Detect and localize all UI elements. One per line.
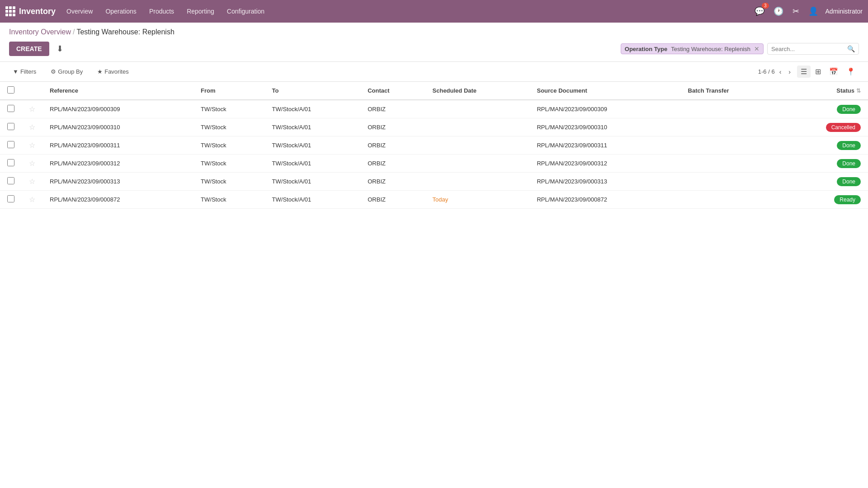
nav-operations[interactable]: Operations [100,4,142,19]
row-checkbox[interactable] [7,195,14,202]
row-star-button[interactable]: ☆ [29,177,35,186]
filters-label: Filters [20,68,36,75]
row-status: Done [780,173,868,191]
app-logo[interactable]: Inventory [5,6,56,16]
row-checkbox[interactable] [7,123,14,130]
apps-grid-icon[interactable] [5,6,15,16]
row-star-cell: ☆ [22,100,42,118]
reference-column-header[interactable]: Reference [42,82,193,100]
row-source-document: RPL/MAN/2023/09/000872 [529,191,680,209]
row-source-document: RPL/MAN/2023/09/000312 [529,155,680,173]
operation-type-filter-tag: Operation Type Testing Warehouse: Replen… [621,43,764,54]
top-navigation: Inventory Overview Operations Products R… [0,0,868,23]
table-row[interactable]: ☆ RPL/MAN/2023/09/000312 TW/Stock TW/Sto… [0,155,868,173]
scheduled-date-column-header[interactable]: Scheduled Date [425,82,530,100]
from-column-header[interactable]: From [193,82,265,100]
row-star-button[interactable]: ☆ [29,123,35,131]
table-row[interactable]: ☆ RPL/MAN/2023/09/000309 TW/Stock TW/Sto… [0,100,868,118]
row-to: TW/Stock/A/01 [265,173,361,191]
row-checkbox-cell [0,136,22,155]
row-batch-transfer [681,155,780,173]
page-next-button[interactable]: › [786,67,793,76]
row-checkbox[interactable] [7,105,14,112]
row-star-button[interactable]: ☆ [29,141,35,150]
search-input[interactable] [771,46,847,52]
records-table-container: Reference From To Contact Scheduled Date [0,82,868,209]
row-batch-transfer [681,118,780,136]
table-row[interactable]: ☆ RPL/MAN/2023/09/000310 TW/Stock TW/Sto… [0,118,868,136]
nav-products[interactable]: Products [144,4,179,19]
search-submit-button[interactable]: 🔍 [847,45,855,52]
group-by-button[interactable]: ⚙ Group By [47,66,86,77]
row-batch-transfer [681,173,780,191]
table-body: ☆ RPL/MAN/2023/09/000309 TW/Stock TW/Sto… [0,100,868,209]
row-contact: ORBIZ [360,136,425,155]
clock-icon-button[interactable]: 🕐 [772,5,785,18]
favorites-button[interactable]: ★ Favorites [94,66,132,77]
breadcrumb: Inventory Overview / Testing Warehouse: … [9,28,859,36]
row-source-document: RPL/MAN/2023/09/000309 [529,100,680,118]
admin-label[interactable]: Administrator [826,8,863,15]
row-checkbox[interactable] [7,177,14,184]
row-star-button[interactable]: ☆ [29,195,35,204]
row-to: TW/Stock/A/01 [265,136,361,155]
search-area: Operation Type Testing Warehouse: Replen… [621,43,859,55]
row-from: TW/Stock [193,191,265,209]
row-batch-transfer [681,191,780,209]
status-badge: Cancelled [826,123,861,132]
table-row[interactable]: ☆ RPL/MAN/2023/09/000313 TW/Stock TW/Sto… [0,173,868,191]
row-contact: ORBIZ [360,118,425,136]
calendar-view-button[interactable]: 📅 [826,66,842,78]
map-view-button[interactable]: 📍 [843,66,859,78]
row-star-button[interactable]: ☆ [29,105,35,113]
settings-icon-button[interactable]: ✂ [791,5,801,18]
row-star-button[interactable]: ☆ [29,159,35,168]
download-button[interactable]: ⬇ [53,42,67,56]
contact-column-header[interactable]: Contact [360,82,425,100]
status-column-header[interactable]: Status ⇅ [780,82,868,100]
breadcrumb-parent-link[interactable]: Inventory Overview [9,28,71,36]
list-view-button[interactable]: ☰ [797,66,811,78]
page-prev-button[interactable]: ‹ [777,67,784,76]
view-controls: ▼ Filters ⚙ Group By ★ Favorites 1-6 / 6… [0,62,868,82]
filters-button[interactable]: ▼ Filters [9,66,40,77]
nav-reporting[interactable]: Reporting [181,4,220,19]
pagination-text: 1-6 / 6 [758,68,775,75]
batch-transfer-column-header[interactable]: Batch Transfer [681,82,780,100]
pagination: 1-6 / 6 ‹ › [758,67,793,76]
breadcrumb-separator: / [73,28,75,36]
nav-configuration[interactable]: Configuration [222,4,270,19]
sort-icon: ⇅ [856,88,861,94]
select-all-checkbox[interactable] [7,86,14,94]
records-table: Reference From To Contact Scheduled Date [0,82,868,209]
row-status: Cancelled [780,118,868,136]
row-scheduled-date [425,155,530,173]
view-controls-left: ▼ Filters ⚙ Group By ★ Favorites [9,66,132,77]
row-checkbox[interactable] [7,141,14,148]
select-all-checkbox-header[interactable] [0,82,22,100]
row-reference: RPL/MAN/2023/09/000310 [42,118,193,136]
admin-icon-button[interactable]: 👤 [807,5,820,18]
chat-icon-button[interactable]: 💬 3 [753,5,766,18]
kanban-view-button[interactable]: ⊞ [811,66,825,78]
row-to: TW/Stock/A/01 [265,100,361,118]
row-contact: ORBIZ [360,155,425,173]
to-column-header[interactable]: To [265,82,361,100]
row-from: TW/Stock [193,173,265,191]
filter-tag-type-label: Operation Type [625,46,667,52]
row-checkbox[interactable] [7,159,14,166]
table-row[interactable]: ☆ RPL/MAN/2023/09/000872 TW/Stock TW/Sto… [0,191,868,209]
row-source-document: RPL/MAN/2023/09/000311 [529,136,680,155]
nav-overview[interactable]: Overview [61,4,98,19]
source-document-column-header[interactable]: Source Document [529,82,680,100]
sub-header: Inventory Overview / Testing Warehouse: … [0,23,868,36]
row-scheduled-date [425,100,530,118]
row-checkbox-cell [0,191,22,209]
create-button[interactable]: CREATE [9,42,49,56]
main-content: Inventory Overview / Testing Warehouse: … [0,23,868,488]
view-controls-right: 1-6 / 6 ‹ › ☰ ⊞ 📅 📍 [758,66,859,78]
filter-tag-close-button[interactable]: ✕ [754,45,760,52]
row-contact: ORBIZ [360,191,425,209]
table-row[interactable]: ☆ RPL/MAN/2023/09/000311 TW/Stock TW/Sto… [0,136,868,155]
view-mode-buttons: ☰ ⊞ 📅 📍 [797,66,859,78]
